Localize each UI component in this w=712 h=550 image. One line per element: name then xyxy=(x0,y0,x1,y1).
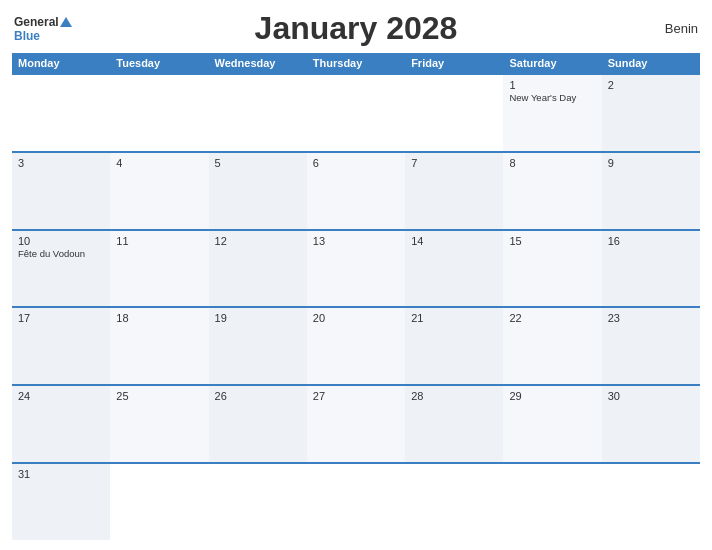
day-number: 28 xyxy=(411,390,497,402)
day-cell: 2 xyxy=(602,75,700,151)
day-number: 31 xyxy=(18,468,104,480)
calendar-title: January 2028 xyxy=(74,10,638,47)
day-cell: 7 xyxy=(405,153,503,229)
day-cell: 28 xyxy=(405,386,503,462)
day-cell xyxy=(503,464,601,540)
day-header-friday: Friday xyxy=(405,53,503,73)
week-row: 17181920212223 xyxy=(12,306,700,384)
week-row: 10Fête du Vodoun111213141516 xyxy=(12,229,700,307)
day-header-saturday: Saturday xyxy=(503,53,601,73)
day-cell xyxy=(405,75,503,151)
day-number: 9 xyxy=(608,157,694,169)
day-number: 8 xyxy=(509,157,595,169)
day-number: 24 xyxy=(18,390,104,402)
day-cell xyxy=(12,75,110,151)
day-cell: 11 xyxy=(110,231,208,307)
day-cell: 26 xyxy=(209,386,307,462)
day-number: 5 xyxy=(215,157,301,169)
day-cell: 4 xyxy=(110,153,208,229)
day-cell: 12 xyxy=(209,231,307,307)
day-cell xyxy=(405,464,503,540)
week-row: 3456789 xyxy=(12,151,700,229)
day-number: 29 xyxy=(509,390,595,402)
day-number: 12 xyxy=(215,235,301,247)
day-number: 20 xyxy=(313,312,399,324)
day-cell: 15 xyxy=(503,231,601,307)
day-cell: 10Fête du Vodoun xyxy=(12,231,110,307)
day-cell: 20 xyxy=(307,308,405,384)
day-number: 11 xyxy=(116,235,202,247)
day-cell xyxy=(209,75,307,151)
day-cell: 27 xyxy=(307,386,405,462)
day-number: 18 xyxy=(116,312,202,324)
day-cell: 9 xyxy=(602,153,700,229)
calendar-container: General Blue January 2028 Benin MondayTu… xyxy=(0,0,712,550)
logo-general-text: General xyxy=(14,15,59,29)
holiday-label: Fête du Vodoun xyxy=(18,248,104,259)
day-cell: 8 xyxy=(503,153,601,229)
day-number: 19 xyxy=(215,312,301,324)
logo-triangle-icon xyxy=(60,17,72,27)
day-cell: 3 xyxy=(12,153,110,229)
day-header-wednesday: Wednesday xyxy=(209,53,307,73)
day-cell: 23 xyxy=(602,308,700,384)
day-cell: 5 xyxy=(209,153,307,229)
country-label: Benin xyxy=(638,21,698,36)
day-number: 6 xyxy=(313,157,399,169)
day-number: 10 xyxy=(18,235,104,247)
day-cell: 22 xyxy=(503,308,601,384)
logo-blue-text: Blue xyxy=(14,29,74,43)
day-cell: 29 xyxy=(503,386,601,462)
day-number: 3 xyxy=(18,157,104,169)
day-number: 22 xyxy=(509,312,595,324)
day-cell: 17 xyxy=(12,308,110,384)
day-cell xyxy=(602,464,700,540)
day-number: 14 xyxy=(411,235,497,247)
day-cell: 16 xyxy=(602,231,700,307)
day-cell: 1New Year's Day xyxy=(503,75,601,151)
day-header-sunday: Sunday xyxy=(602,53,700,73)
logo: General Blue xyxy=(14,15,74,43)
day-number: 25 xyxy=(116,390,202,402)
day-cell xyxy=(307,75,405,151)
day-cell: 30 xyxy=(602,386,700,462)
day-number: 15 xyxy=(509,235,595,247)
week-row: 1New Year's Day2 xyxy=(12,73,700,151)
day-cell xyxy=(110,464,208,540)
day-number: 2 xyxy=(608,79,694,91)
day-header-monday: Monday xyxy=(12,53,110,73)
day-cell: 19 xyxy=(209,308,307,384)
calendar-grid: MondayTuesdayWednesdayThursdayFridaySatu… xyxy=(12,53,700,540)
day-number: 23 xyxy=(608,312,694,324)
day-number: 16 xyxy=(608,235,694,247)
day-cell: 18 xyxy=(110,308,208,384)
day-number: 13 xyxy=(313,235,399,247)
day-cell: 13 xyxy=(307,231,405,307)
day-header-tuesday: Tuesday xyxy=(110,53,208,73)
day-cell: 31 xyxy=(12,464,110,540)
day-number: 17 xyxy=(18,312,104,324)
day-number: 27 xyxy=(313,390,399,402)
day-cell: 21 xyxy=(405,308,503,384)
day-cell xyxy=(209,464,307,540)
day-number: 7 xyxy=(411,157,497,169)
day-header-thursday: Thursday xyxy=(307,53,405,73)
week-row: 24252627282930 xyxy=(12,384,700,462)
holiday-label: New Year's Day xyxy=(509,92,595,103)
week-row: 31 xyxy=(12,462,700,540)
day-number: 30 xyxy=(608,390,694,402)
day-cell xyxy=(110,75,208,151)
day-cell xyxy=(307,464,405,540)
day-headers-row: MondayTuesdayWednesdayThursdayFridaySatu… xyxy=(12,53,700,73)
day-number: 4 xyxy=(116,157,202,169)
day-cell: 24 xyxy=(12,386,110,462)
day-number: 1 xyxy=(509,79,595,91)
day-cell: 25 xyxy=(110,386,208,462)
day-number: 26 xyxy=(215,390,301,402)
day-cell: 14 xyxy=(405,231,503,307)
calendar-header: General Blue January 2028 Benin xyxy=(12,10,700,47)
day-cell: 6 xyxy=(307,153,405,229)
day-number: 21 xyxy=(411,312,497,324)
